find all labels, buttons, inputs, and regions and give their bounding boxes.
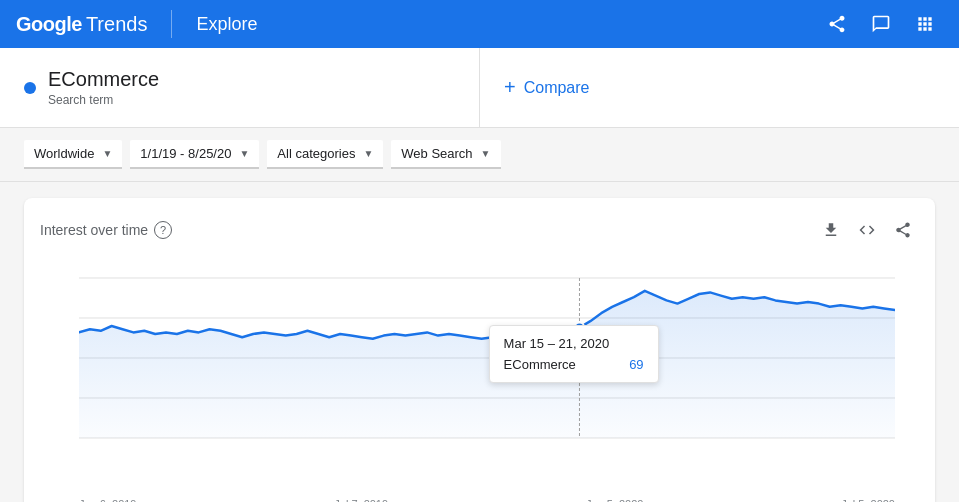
main-content: Interest over time ? [0, 182, 959, 502]
search-term-name: ECommerce [48, 68, 159, 91]
compare-label: Compare [524, 79, 590, 97]
download-button[interactable] [815, 214, 847, 246]
feedback-icon [871, 14, 891, 34]
search-type-filter-label: Web Search [401, 146, 472, 161]
category-filter[interactable]: All categories ▼ [267, 140, 383, 169]
apps-icon [915, 14, 935, 34]
apps-button[interactable] [907, 6, 943, 42]
region-chevron-icon: ▼ [102, 148, 112, 159]
x-label-3: Jul 5, 2020 [841, 498, 895, 502]
help-symbol: ? [160, 224, 166, 236]
date-chevron-icon: ▼ [239, 148, 249, 159]
share-icon [827, 14, 847, 34]
explore-label: Explore [196, 14, 257, 35]
filters-bar: Worldwide ▼ 1/1/19 - 8/25/20 ▼ All categ… [0, 128, 959, 182]
compare-box[interactable]: + Compare [480, 48, 959, 127]
top-navigation: Google Trends Explore [0, 0, 959, 48]
category-filter-label: All categories [277, 146, 355, 161]
category-chevron-icon: ▼ [363, 148, 373, 159]
chart-action-icons [815, 214, 919, 246]
svg-marker-9 [79, 291, 895, 438]
search-term-dot [24, 82, 36, 94]
download-icon [822, 221, 840, 239]
chart-svg: 100 75 50 25 [79, 268, 895, 468]
region-filter-label: Worldwide [34, 146, 94, 161]
search-term-info: ECommerce Search term [48, 68, 159, 107]
embed-button[interactable] [851, 214, 883, 246]
help-icon[interactable]: ? [154, 221, 172, 239]
search-term-label: Search term [48, 93, 159, 107]
chart-area: 100 75 50 25 [24, 258, 935, 498]
x-label-0: Jan 6, 2019 [79, 498, 137, 502]
embed-icon [858, 221, 876, 239]
google-trends-logo: Google Trends [16, 13, 147, 36]
search-type-chevron-icon: ▼ [481, 148, 491, 159]
interest-over-time-card: Interest over time ? [24, 198, 935, 502]
compare-plus-icon: + [504, 76, 516, 99]
chart-title: Interest over time [40, 222, 148, 238]
region-filter[interactable]: Worldwide ▼ [24, 140, 122, 169]
search-term-box[interactable]: ECommerce Search term [0, 48, 480, 127]
trends-logo-text: Trends [86, 13, 148, 36]
chart-share-icon [894, 221, 912, 239]
chart-header: Interest over time ? [24, 214, 935, 258]
x-label-1: Jul 7, 2019 [334, 498, 388, 502]
search-type-filter[interactable]: Web Search ▼ [391, 140, 500, 169]
share-button[interactable] [819, 6, 855, 42]
chart-share-button[interactable] [887, 214, 919, 246]
google-logo-text: Google [16, 13, 82, 36]
x-axis-labels: Jan 6, 2019 Jul 7, 2019 Jan 5, 2020 Jul … [24, 498, 935, 502]
date-filter[interactable]: 1/1/19 - 8/25/20 ▼ [130, 140, 259, 169]
search-bar: ECommerce Search term + Compare [0, 48, 959, 128]
date-filter-label: 1/1/19 - 8/25/20 [140, 146, 231, 161]
nav-icon-group [819, 6, 943, 42]
nav-divider [171, 10, 172, 38]
svg-point-11 [575, 323, 584, 333]
feedback-button[interactable] [863, 6, 899, 42]
x-label-2: Jan 5, 2020 [586, 498, 644, 502]
